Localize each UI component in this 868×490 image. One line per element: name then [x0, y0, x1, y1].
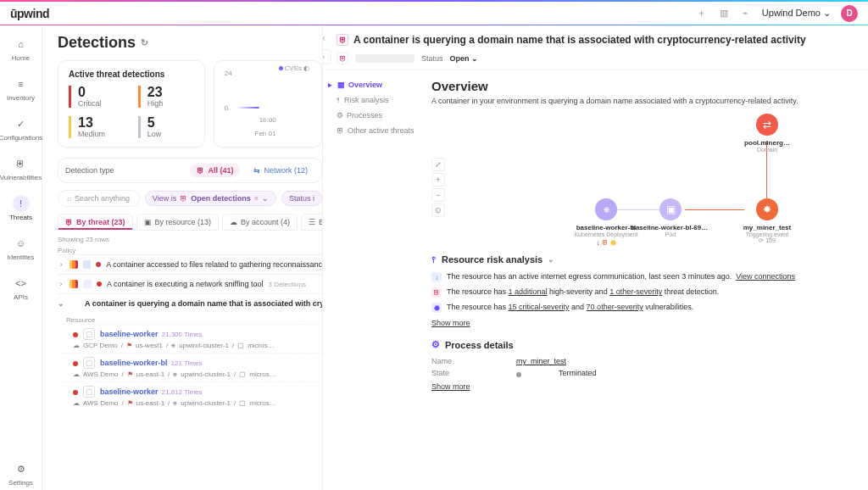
network-icon: ⇆ — [253, 166, 260, 175]
tab-by-resource[interactable]: ▣By resource (13) — [136, 214, 220, 231]
resource-row[interactable]: ▢baseline-worker21,306 Times ☁GCP Demo /… — [58, 324, 322, 353]
nav-vulnerabilities[interactable]: ⛨Vulnerabilities — [0, 152, 42, 185]
stat-critical[interactable]: 0Critical — [69, 86, 125, 108]
nav-rail: ⌂Home ≡Inventory ✓Configurations ⛨Vulner… — [0, 25, 42, 490]
show-more-link[interactable]: Show more — [431, 382, 470, 391]
refresh-icon[interactable]: ↻ — [141, 37, 148, 48]
detail-panel: × « ⛨ A container is querying a domain n… — [322, 25, 868, 490]
detail-nav-processes[interactable]: ⚙Processes — [337, 108, 418, 123]
col-policy: Policy — [58, 247, 322, 254]
attack-graph[interactable]: ⤢ + − ⊙ ⎈ baseline-worker-blKubernetes D… — [431, 114, 854, 249]
chevron-right-icon[interactable]: › — [58, 280, 64, 288]
service-icon: ▢ — [239, 399, 246, 407]
risk-item: ⛨The resource has 1 additional high-seve… — [431, 285, 854, 300]
stat-medium[interactable]: 13Medium — [69, 116, 125, 138]
close-icon[interactable]: × — [254, 194, 259, 203]
shield-icon: ⛨ — [337, 126, 344, 135]
layout-icon[interactable]: ▥ — [718, 8, 730, 19]
nav-identities[interactable]: ☺Identities — [0, 231, 42, 264]
toggle-icon[interactable]: ◐ — [303, 64, 309, 72]
avatar[interactable]: D — [841, 5, 858, 22]
overview-heading: Overview — [431, 79, 854, 93]
bell-icon[interactable]: ⌁ — [740, 8, 752, 19]
tab-more[interactable]: ☰B — [301, 214, 322, 231]
egress-icon: ↓ — [431, 272, 442, 282]
nav-settings[interactable]: ⚙Settings — [0, 457, 42, 490]
nav-apis[interactable]: <>APIs — [0, 271, 42, 304]
status-label: Status — [421, 54, 443, 63]
region-icon: ⚑ — [127, 370, 133, 378]
severity-dot-icon — [96, 262, 101, 267]
cloud-icon: ☁ — [230, 218, 237, 226]
status-chip[interactable]: Status i — [281, 191, 322, 206]
severity-dot-icon — [73, 390, 78, 395]
pill-all[interactable]: ⛨All (41) — [190, 164, 240, 177]
container-icon: ▢ — [83, 386, 95, 398]
view-connections-link[interactable]: View connections — [736, 272, 795, 281]
severity-bars-icon — [70, 280, 78, 288]
stats-card: Active threat detections 0Critical 23Hig… — [58, 60, 205, 148]
graph-controls: ⤢ + − ⊙ — [431, 158, 445, 217]
view-chip[interactable]: View is ⛨ Open detections × ⌄ — [145, 191, 276, 206]
tab-by-threat[interactable]: ⛨By threat (23) — [58, 214, 133, 231]
shield-icon: ⛨ — [180, 194, 187, 203]
stat-high[interactable]: 23High — [138, 86, 194, 108]
region-icon: ⚑ — [127, 399, 133, 407]
col-resource: Resource — [66, 316, 322, 324]
nav-threats[interactable]: !Threats — [0, 192, 42, 225]
resource-row[interactable]: ▢baseline-worker-bl121 Times ☁AWS Demo /… — [58, 353, 322, 381]
cube-icon: ▣ — [144, 218, 152, 226]
cloud-icon: ☁ — [73, 370, 80, 378]
process-name: Namemy_miner_test — [431, 355, 854, 367]
detail-nav-overview[interactable]: ▦Overview — [337, 77, 418, 92]
workspace-switcher[interactable]: Upwind Demo ⌄ — [762, 8, 831, 19]
status-dropdown[interactable]: Open ⌄ — [450, 54, 479, 63]
vuln-icon: ⬣ — [431, 303, 442, 313]
cluster-icon: ⎈ — [171, 342, 175, 349]
show-more-link[interactable]: Show more — [431, 319, 470, 327]
detail-nav-other[interactable]: ⛨Other active threats — [337, 123, 418, 138]
resource-row[interactable]: ▢baseline-worker21,812 Times ☁AWS Demo /… — [58, 381, 322, 410]
top-bar: ūpwind ＋ ▥ ⌁ Upwind Demo ⌄ D — [0, 0, 868, 25]
zoom-out-icon[interactable]: − — [431, 188, 445, 202]
overview-desc: A container in your environment is query… — [431, 97, 854, 105]
zoom-in-icon[interactable]: + — [431, 173, 445, 187]
expand-icon[interactable]: ⤢ — [431, 158, 445, 171]
chevron-down-icon[interactable]: ⌄ — [58, 299, 64, 308]
detail-nav-risk[interactable]: ⫯Risk analysis — [337, 92, 418, 108]
chevron-right-icon[interactable]: › — [58, 260, 64, 269]
topbar-actions: ＋ ▥ ⌁ Upwind Demo ⌄ D — [696, 5, 858, 22]
threat-row[interactable]: › A container is executing a network sni… — [58, 274, 322, 293]
cve-chart: CVEs ◐ 24 0 16:00 Feb 01 — [225, 70, 311, 124]
close-icon[interactable]: × — [322, 31, 331, 46]
cloud-icon: ☁ — [73, 399, 80, 407]
nav-home[interactable]: ⌂Home — [0, 32, 42, 65]
cluster-icon: ⎈ — [173, 399, 177, 407]
logo: ūpwind — [10, 7, 49, 20]
service-icon: ▢ — [239, 370, 246, 378]
collapse-icon[interactable]: « — [322, 49, 331, 64]
legend-dot-icon — [279, 66, 283, 70]
reset-icon[interactable]: ⊙ — [431, 203, 445, 217]
risk-heading[interactable]: ⫯Resource risk analysis ⌄ — [431, 254, 854, 264]
threat-row-selected[interactable]: ⌄ A container is querying a domain name … — [58, 293, 322, 313]
stat-low[interactable]: 5Low — [138, 116, 194, 138]
tab-by-account[interactable]: ☁By account (4) — [222, 214, 298, 231]
search-input[interactable]: ⌕Search anything — [58, 190, 140, 207]
threat-row[interactable]: › A container accessed to files related … — [58, 254, 322, 274]
shield-icon: ⛨ — [65, 218, 73, 226]
detection-type-filter: Detection type ⛨All (41) ⇆Network (12) — [58, 158, 322, 183]
nav-configurations[interactable]: ✓Configurations — [0, 112, 42, 145]
plus-icon[interactable]: ＋ — [696, 8, 708, 19]
detections-pane: Detections ↻ Active threat detections 0C… — [42, 25, 322, 490]
gear-icon: ⚙ — [431, 339, 440, 350]
cve-chart-card: CVEs ◐ 24 0 16:00 Feb 01 — [214, 60, 322, 148]
container-icon: ▢ — [83, 357, 95, 369]
list-icon: ≡ — [13, 75, 30, 92]
nav-inventory[interactable]: ≡Inventory — [0, 72, 42, 105]
rows-count: Showing 23 rows — [58, 236, 322, 243]
severity-badge: ⛨ — [337, 53, 348, 64]
pill-network[interactable]: ⇆Network (12) — [247, 164, 314, 177]
breadcrumb-placeholder — [355, 54, 415, 63]
event-node-icon: ✸ — [756, 198, 778, 220]
